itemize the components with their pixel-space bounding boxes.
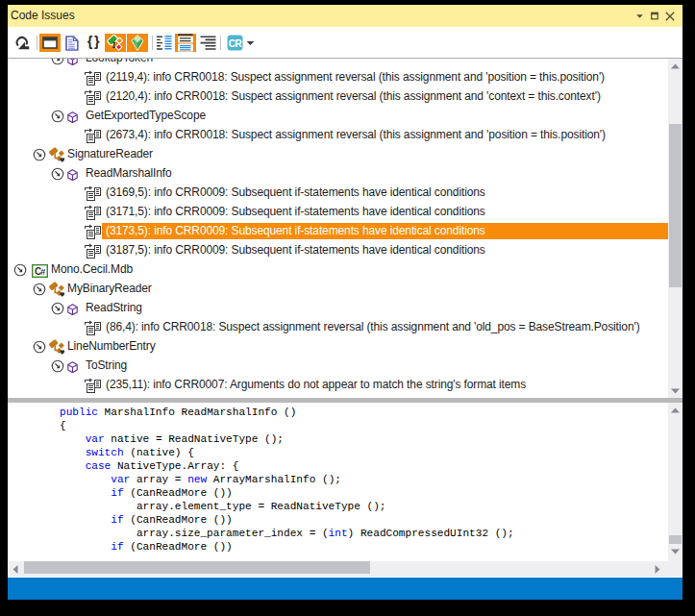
svg-text:#: # (40, 266, 45, 276)
svg-text:CR: CR (228, 38, 242, 49)
